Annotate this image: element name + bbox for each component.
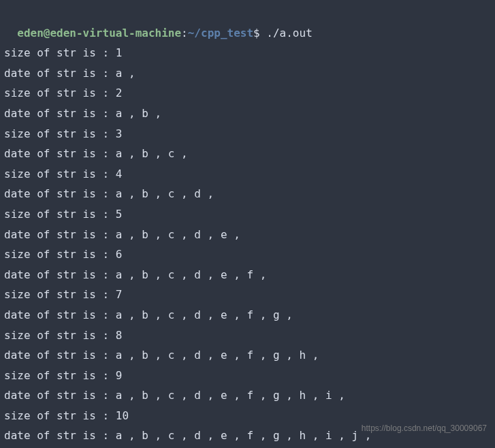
prompt-line-1[interactable]: eden@eden-virtual-machine:~/cpp_test$ ./… bbox=[4, 3, 491, 43]
output-line: date of str is : a , b , bbox=[4, 103, 491, 124]
output-line: date of str is : a , b , c , d , e , f ,… bbox=[4, 305, 491, 325]
output-line: size of str is : 8 bbox=[4, 325, 491, 346]
prompt-dollar: $ bbox=[253, 27, 266, 39]
prompt-host: eden-virtual-machine bbox=[50, 27, 181, 39]
output-container: size of str is : 1date of str is : a ,si… bbox=[4, 43, 491, 446]
output-line: date of str is : a , b , c , d , e , f ,… bbox=[4, 345, 491, 366]
prompt-path: ~/cpp_test bbox=[188, 27, 253, 39]
output-line: date of str is : a , b , c , bbox=[4, 144, 491, 164]
output-line: date of str is : a , b , c , d , e , f , bbox=[4, 265, 491, 285]
prompt-user: eden bbox=[17, 27, 44, 39]
output-line: size of str is : 9 bbox=[4, 366, 491, 386]
output-line: size of str is : 3 bbox=[4, 124, 491, 144]
output-line: size of str is : 2 bbox=[4, 83, 491, 103]
output-line: size of str is : 6 bbox=[4, 244, 491, 265]
output-line: size of str is : 4 bbox=[4, 164, 491, 185]
output-line: date of str is : a , bbox=[4, 63, 491, 84]
prompt-at: @ bbox=[44, 27, 50, 39]
output-line: size of str is : 5 bbox=[4, 204, 491, 225]
output-line: size of str is : 1 bbox=[4, 43, 491, 63]
output-line: date of str is : a , b , c , d , e , bbox=[4, 225, 491, 245]
output-line: date of str is : a , b , c , d , bbox=[4, 184, 491, 204]
command-text: ./a.out bbox=[266, 27, 312, 39]
prompt-colon: : bbox=[181, 27, 188, 39]
output-line: size of str is : 7 bbox=[4, 285, 491, 305]
output-line: date of str is : a , b , c , d , e , f ,… bbox=[4, 385, 491, 406]
watermark-text: https://blog.csdn.net/qq_30009067 bbox=[362, 421, 487, 436]
